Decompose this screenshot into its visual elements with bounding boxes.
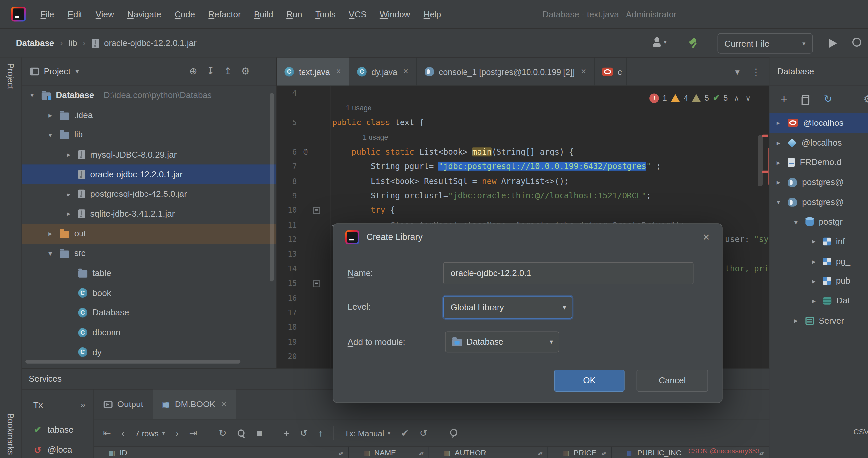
first-page-icon[interactable]: ⇤ <box>103 427 111 439</box>
close-icon[interactable]: × <box>703 230 710 244</box>
chevron-right-icon[interactable]: ▸ <box>773 178 784 186</box>
tree-row-@localhos[interactable]: ▸@localhos <box>769 113 868 133</box>
code-line[interactable]: 7 String pgurl= "jdbc:postgresql://10.0.… <box>277 159 769 173</box>
library-name-input[interactable] <box>443 262 693 284</box>
tree-row-sqlite-jdbc-3.41.2.1.jar[interactable]: ▸sqlite-jdbc-3.41.2.1.jar <box>22 204 276 224</box>
search-icon[interactable] <box>852 38 861 47</box>
tree-row-out[interactable]: ▸out <box>22 224 276 244</box>
breadcrumb-item[interactable]: oracle-ojdbc-12.2.0.1.jar <box>101 38 199 48</box>
tree-row-postgres@[interactable]: ▾postgres@ <box>769 192 868 212</box>
user-widget[interactable]: ▾ <box>652 37 667 47</box>
column-header-price[interactable]: ▦PRICE▴▾ <box>548 447 612 458</box>
column-header-id[interactable]: ▦ID▴▾ <box>94 447 349 458</box>
warning-count[interactable]: 4 <box>684 94 688 103</box>
tree-row-pub[interactable]: ▸pub <box>769 271 868 291</box>
next-problem-icon[interactable]: ∨ <box>745 94 750 102</box>
menu-item-tools[interactable]: Tools <box>309 9 342 19</box>
rollback-icon[interactable]: ↺ <box>420 427 428 439</box>
editor-scrollbar[interactable] <box>758 135 763 186</box>
next-page-icon[interactable]: › <box>176 427 179 438</box>
stop-icon[interactable]: ■ <box>256 427 262 438</box>
editor-tab-dy-java[interactable]: dy.java× <box>349 58 417 86</box>
code-line[interactable]: 1 usage <box>277 130 769 144</box>
tx-mode-selector[interactable]: Tx: Manual▾ <box>344 429 391 437</box>
menu-item-window[interactable]: Window <box>373 9 417 19</box>
menu-item-view[interactable]: View <box>89 9 121 19</box>
commit-icon[interactable]: ✔ <box>401 427 409 439</box>
error-stripe-mark[interactable] <box>762 135 768 137</box>
tree-row-dbconn[interactable]: dbconn <box>22 323 276 342</box>
sort-arrows-icon[interactable]: ▴▾ <box>602 450 606 456</box>
tool-button-project[interactable]: Project <box>6 63 16 89</box>
project-panel-title[interactable]: Project <box>44 66 71 76</box>
tree-row-@localhos[interactable]: ▸@localhos <box>769 133 868 152</box>
close-icon[interactable]: × <box>336 66 341 76</box>
double-chevron-icon[interactable]: » <box>81 399 86 410</box>
services-tab-output[interactable]: Output <box>94 390 152 419</box>
service-row-@loca[interactable]: ↺@loca <box>22 440 93 458</box>
chevron-down-icon[interactable]: ▾ <box>27 91 38 99</box>
passed-count[interactable]: 5 <box>723 94 728 103</box>
tree-row-table[interactable]: table <box>22 263 276 283</box>
tree-row-dy[interactable]: dy <box>22 342 276 362</box>
editor-tab-console-1-postgres-10-0-0-199-2-[interactable]: console_1 [postgres@10.0.0.199 [2]]× <box>417 58 594 86</box>
code-line[interactable]: 6@ public static List<book> main(String[… <box>277 144 769 159</box>
project-scrollbar-vertical[interactable] <box>270 93 274 281</box>
close-icon[interactable]: × <box>581 66 586 76</box>
chevron-down-icon[interactable]: ▾ <box>45 249 56 258</box>
menu-item-file[interactable]: File <box>34 9 61 19</box>
chevron-right-icon[interactable]: ▸ <box>45 111 56 119</box>
fold-marker-icon[interactable] <box>312 203 322 217</box>
more-options-icon[interactable]: ⋮ <box>752 66 761 77</box>
fold-marker-icon[interactable] <box>312 276 322 291</box>
code-line[interactable]: 8 List<book> ResultSql = new ArrayList<>… <box>277 174 769 188</box>
usage-hint[interactable]: 1 usage <box>363 133 388 141</box>
add-row-icon[interactable]: + <box>284 427 289 438</box>
menu-item-edit[interactable]: Edit <box>61 9 89 19</box>
chevron-down-icon[interactable]: ▾ <box>75 67 79 75</box>
breadcrumb-item[interactable]: lib <box>66 38 80 48</box>
menu-item-build[interactable]: Build <box>247 9 280 19</box>
submit-icon[interactable]: ↑ <box>318 427 323 438</box>
service-row-tabase[interactable]: ✔tabase <box>22 420 93 440</box>
tree-row-postgres@[interactable]: ▸postgres@ <box>769 172 868 192</box>
menu-item-navigate[interactable]: Navigate <box>121 9 168 19</box>
menu-item-run[interactable]: Run <box>280 9 309 19</box>
settings-gear-icon[interactable]: ⚙ <box>241 65 250 77</box>
chevron-right-icon[interactable]: ▸ <box>773 139 784 147</box>
error-stripe-mark[interactable] <box>762 171 768 173</box>
chevron-down-icon[interactable]: ▾ <box>773 198 784 206</box>
revert-icon[interactable]: ↺ <box>300 427 308 439</box>
sort-arrows-icon[interactable]: ▴▾ <box>760 450 764 456</box>
sort-arrows-icon[interactable]: ▴▾ <box>419 450 423 456</box>
tree-row-lib[interactable]: ▾lib <box>22 125 276 145</box>
menu-item-refactor[interactable]: Refactor <box>202 9 247 19</box>
tx-label[interactable]: Tx <box>33 400 43 410</box>
close-icon[interactable]: × <box>403 66 409 76</box>
usage-hint[interactable]: 1 usage <box>346 104 372 112</box>
pin-icon[interactable] <box>449 428 457 438</box>
menu-item-vcs[interactable]: VCS <box>342 9 373 19</box>
chevron-right-icon[interactable]: ▸ <box>63 150 74 159</box>
reload-data-icon[interactable]: ↻ <box>219 427 227 439</box>
chevron-right-icon[interactable]: ▸ <box>45 229 56 238</box>
chevron-right-icon[interactable]: ▸ <box>808 297 819 305</box>
breadcrumb-item[interactable]: Database <box>13 38 57 48</box>
duplicate-icon[interactable] <box>802 95 809 104</box>
tree-row-postgr[interactable]: ▾postgr <box>769 212 868 232</box>
page-size-selector[interactable]: 7 rows▾ <box>135 429 165 437</box>
chevron-right-icon[interactable]: ▸ <box>808 237 819 246</box>
services-tab-dm-book[interactable]: ▦DM.BOOK× <box>152 390 236 419</box>
column-header-name[interactable]: ▦NAME▴▾ <box>349 447 429 458</box>
tree-row-postgresql-jdbc-42.5.0.jar[interactable]: ▸postgresql-jdbc-42.5.0.jar <box>22 184 276 204</box>
refresh-icon[interactable]: ↻ <box>824 93 832 105</box>
tree-row-mysql-jdbc-8.0.29.jar[interactable]: ▸mysql-JDBC-8.0.29.jar <box>22 145 276 165</box>
chevron-right-icon[interactable]: ▸ <box>63 210 74 218</box>
tree-row-frdemo.d[interactable]: ▸FRDemo.d <box>769 152 868 172</box>
last-page-icon[interactable]: ⇥ <box>189 427 197 439</box>
chevron-right-icon[interactable]: ▸ <box>808 257 819 265</box>
tool-button-bookmarks[interactable]: Bookmarks <box>6 413 16 455</box>
collapse-all-icon[interactable]: ↥ <box>224 65 232 77</box>
csv-format-label[interactable]: CSV <box>854 428 868 436</box>
code-line[interactable]: 10 try { <box>277 203 769 217</box>
